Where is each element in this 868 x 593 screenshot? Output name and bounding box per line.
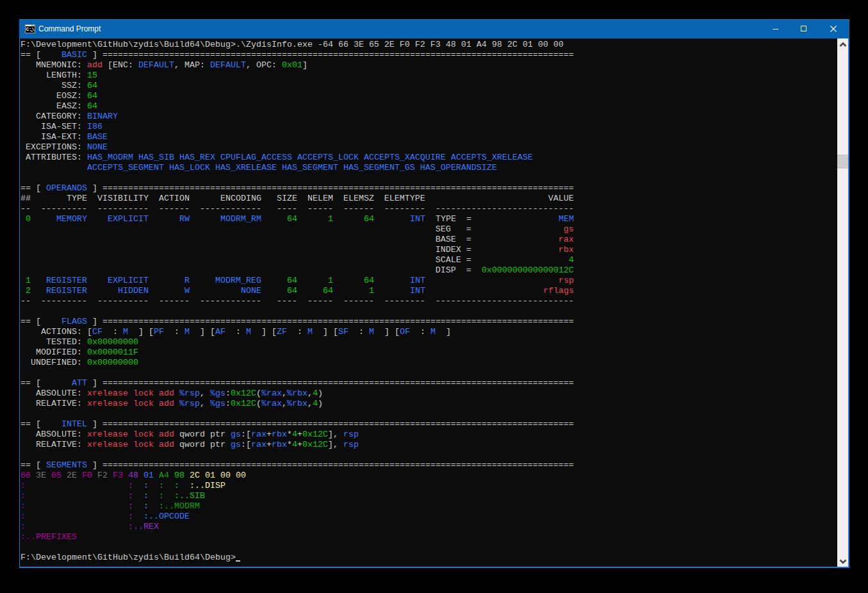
svg-text:C:\: C:\ xyxy=(26,27,35,32)
